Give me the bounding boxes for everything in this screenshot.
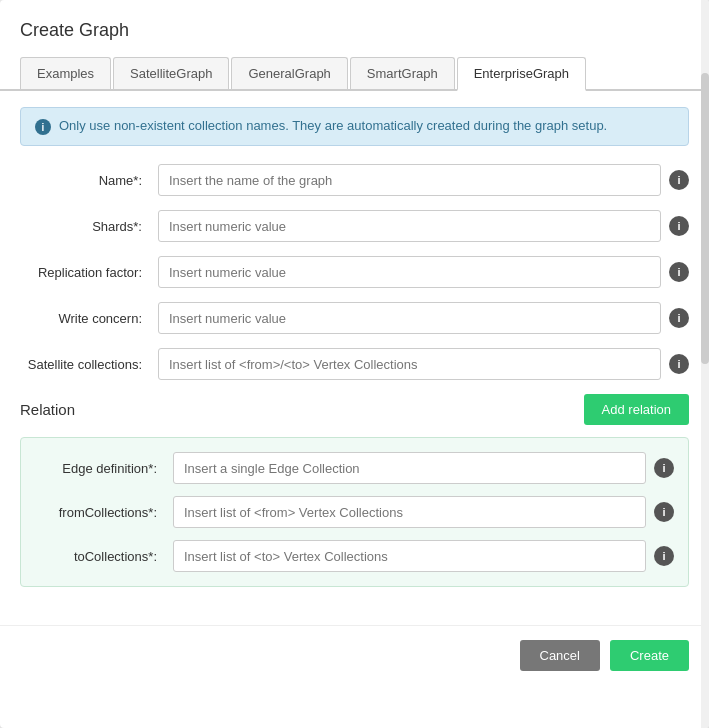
edge-definition-label: Edge definition*: xyxy=(35,461,165,476)
write-concern-label: Write concern: xyxy=(20,311,150,326)
scrollbar-thumb[interactable] xyxy=(701,73,709,364)
satellite-collections-info-button[interactable]: i xyxy=(669,354,689,374)
name-info-button[interactable]: i xyxy=(669,170,689,190)
to-collections-input[interactable] xyxy=(173,540,646,572)
replication-factor-input[interactable] xyxy=(158,256,661,288)
to-collections-info-button[interactable]: i xyxy=(654,546,674,566)
satellite-collections-label: Satellite collections: xyxy=(20,357,150,372)
from-collections-info-button[interactable]: i xyxy=(654,502,674,522)
tab-satellite-graph[interactable]: SatelliteGraph xyxy=(113,57,229,89)
name-row: Name*: i xyxy=(20,164,689,196)
to-collections-row: toCollections*: i xyxy=(35,540,674,572)
replication-factor-label: Replication factor: xyxy=(20,265,150,280)
info-banner: i Only use non-existent collection names… xyxy=(20,107,689,146)
from-collections-row: fromCollections*: i xyxy=(35,496,674,528)
edge-definition-row: Edge definition*: i xyxy=(35,452,674,484)
tab-examples[interactable]: Examples xyxy=(20,57,111,89)
write-concern-row: Write concern: i xyxy=(20,302,689,334)
satellite-collections-input[interactable] xyxy=(158,348,661,380)
replication-factor-info-button[interactable]: i xyxy=(669,262,689,282)
satellite-collections-row: Satellite collections: i xyxy=(20,348,689,380)
dialog-title: Create Graph xyxy=(0,20,709,57)
tab-general-graph[interactable]: GeneralGraph xyxy=(231,57,347,89)
tab-bar: Examples SatelliteGraph GeneralGraph Sma… xyxy=(0,57,709,91)
name-label: Name*: xyxy=(20,173,150,188)
edge-definition-info-button[interactable]: i xyxy=(654,458,674,478)
add-relation-button[interactable]: Add relation xyxy=(584,394,689,425)
replication-factor-row: Replication factor: i xyxy=(20,256,689,288)
shards-label: Shards*: xyxy=(20,219,150,234)
relation-header: Relation Add relation xyxy=(20,394,689,425)
relation-title: Relation xyxy=(20,401,75,418)
dialog-content: i Only use non-existent collection names… xyxy=(0,91,709,607)
write-concern-info-button[interactable]: i xyxy=(669,308,689,328)
info-banner-icon: i xyxy=(35,119,51,135)
from-collections-input[interactable] xyxy=(173,496,646,528)
dialog-footer: Cancel Create xyxy=(0,625,709,687)
tab-smart-graph[interactable]: SmartGraph xyxy=(350,57,455,89)
shards-input[interactable] xyxy=(158,210,661,242)
relation-box: Edge definition*: i fromCollections*: i … xyxy=(20,437,689,587)
shards-row: Shards*: i xyxy=(20,210,689,242)
relation-section: Relation Add relation Edge definition*: … xyxy=(20,394,689,587)
from-collections-label: fromCollections*: xyxy=(35,505,165,520)
write-concern-input[interactable] xyxy=(158,302,661,334)
tab-enterprise-graph[interactable]: EnterpriseGraph xyxy=(457,57,586,91)
create-button[interactable]: Create xyxy=(610,640,689,671)
edge-definition-input[interactable] xyxy=(173,452,646,484)
scrollbar-track xyxy=(701,0,709,728)
name-input[interactable] xyxy=(158,164,661,196)
shards-info-button[interactable]: i xyxy=(669,216,689,236)
to-collections-label: toCollections*: xyxy=(35,549,165,564)
create-graph-dialog: Create Graph Examples SatelliteGraph Gen… xyxy=(0,0,709,728)
info-banner-text: Only use non-existent collection names. … xyxy=(59,118,607,133)
cancel-button[interactable]: Cancel xyxy=(520,640,600,671)
